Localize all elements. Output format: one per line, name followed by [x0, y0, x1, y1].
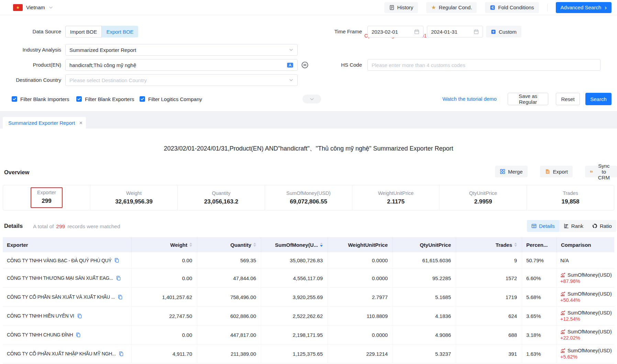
view-ratio-button[interactable]: Ratio	[588, 220, 616, 232]
filter-blank-importers-label: Filter Blank Importers	[20, 96, 69, 102]
date-to-value[interactable]	[431, 29, 471, 35]
percent-cell: 6.60%	[522, 269, 557, 287]
col-trades[interactable]: Trades	[456, 237, 522, 252]
overview-heading: Overview	[4, 169, 29, 176]
close-icon[interactable]: ×	[79, 120, 82, 126]
product-en-label: Product(EN)	[0, 59, 61, 71]
expand-conditions-button[interactable]	[302, 95, 321, 103]
fold-conditions-label: Fold Conditions	[498, 4, 534, 10]
copy-icon[interactable]	[119, 351, 124, 356]
trend-up-icon	[560, 310, 565, 316]
destination-country-select[interactable]: Please select Destination Country	[65, 74, 298, 86]
translate-icon[interactable]	[287, 62, 294, 68]
filter-logitics-company-checkbox[interactable]: Filter Logitics Company	[140, 95, 202, 103]
regular-cond-label: Regular Cond.	[439, 4, 472, 10]
table-row[interactable]: CÔNG TY TNHH CHUNG ĐỈNH 0.00 447,817.00 …	[3, 326, 614, 344]
comparison-delta: +5.62%	[560, 354, 577, 360]
table-row[interactable]: CÔNG TY TNHH HIỀN UYÊN VI 22,747.50 602,…	[3, 307, 614, 326]
data-source-label: Data Source	[0, 26, 61, 37]
sync-to-crm-button[interactable]: Sync to CRM	[585, 166, 617, 177]
weight-unit-price-cell: 2.7977	[328, 288, 393, 306]
col-weight[interactable]: Weight	[132, 237, 197, 252]
tab-summarized-exporter-report[interactable]: Summarized Exporter Report ×	[3, 117, 86, 129]
history-icon	[389, 5, 395, 10]
save-as-regular-button[interactable]: Save as Regular	[508, 93, 548, 105]
trades-cell: 9	[456, 252, 522, 268]
industry-analysis-value: Summarized Exporter Report	[69, 47, 286, 53]
percent-cell: 5.68%	[522, 288, 557, 306]
copy-icon[interactable]	[116, 276, 121, 281]
hs-code-label: HS Code	[309, 59, 362, 71]
search-button[interactable]: Search	[585, 93, 612, 105]
sort-icon[interactable]	[514, 243, 517, 247]
advanced-search-label: Advanced Search	[561, 4, 601, 10]
view-details-button[interactable]: Details	[527, 220, 559, 232]
exporter-cell: CÔNG TY TNHH CHUNG ĐỈNH	[3, 326, 132, 344]
trend-up-icon	[560, 348, 565, 353]
trades-cell: 688	[456, 326, 522, 344]
table-row[interactable]: CÔNG TY TNHH THƯƠNG MẠI SẢN XUẤT EAG... …	[3, 269, 614, 288]
stat-value: 2.9959	[474, 198, 492, 205]
export-button[interactable]: Export	[540, 166, 573, 177]
copy-icon[interactable]	[114, 258, 119, 263]
hs-code-value[interactable]	[372, 62, 596, 68]
export-doc-icon	[545, 169, 550, 174]
country-picker[interactable]: ★ Vietnam	[13, 4, 53, 11]
destination-country-label: Destination Country	[0, 74, 61, 86]
comparison-metric: SumOfMoney(USD)	[568, 348, 612, 353]
fold-conditions-icon	[490, 5, 495, 10]
exporter-name: CÔNG TY CỔ PHẦN XUẤT NHẬP KHẨU MỸ NGH...	[7, 351, 116, 356]
col-quantity[interactable]: Quantity	[197, 237, 261, 252]
product-value[interactable]	[69, 62, 284, 68]
industry-analysis-select[interactable]: Summarized Exporter Report	[65, 44, 298, 56]
import-boe-tab[interactable]: Import BOE	[65, 26, 102, 37]
date-from-value[interactable]	[372, 29, 411, 35]
comparison-cell: SumOfMoney(USD) +87.96%	[557, 269, 614, 287]
divider	[547, 4, 548, 11]
stat-label: Exporter	[37, 190, 56, 195]
comparison-cell: N/A	[557, 252, 614, 268]
checkbox-checked-icon	[12, 96, 17, 102]
comparison-cell: SumOfMoney(USD) +50.44%	[557, 288, 614, 306]
checkbox-checked-icon	[76, 96, 82, 102]
export-boe-tab[interactable]: Export BOE	[102, 26, 138, 37]
weight-cell: 0.00	[132, 269, 197, 287]
sync-to-crm-label: Sync to CRM	[596, 163, 612, 180]
filter-blank-importers-checkbox[interactable]: Filter Blank Importers	[12, 95, 69, 103]
custom-range-button[interactable]: Custom	[486, 26, 521, 37]
qty-unit-price-cell: 4.9086	[393, 326, 456, 344]
tutorial-link[interactable]: Watch the tutorial demo	[442, 93, 497, 105]
fold-conditions-button[interactable]: Fold Conditions	[485, 2, 539, 13]
advanced-search-button[interactable]: Advanced Search ›	[556, 2, 612, 13]
match-mode-icon[interactable]	[301, 61, 309, 69]
regular-cond-button[interactable]: ★ Regular Cond.	[426, 2, 477, 13]
sort-icon[interactable]	[189, 243, 192, 247]
sort-desc-icon[interactable]	[320, 243, 323, 247]
qty-unit-price-cell: 4.1836	[393, 307, 456, 325]
table-row[interactable]: CÔNG TY TNHH VÀNG BẠC - ĐÁ QUÝ PHÚ QUÝ 0…	[3, 252, 614, 269]
table-row[interactable]: CÔNG TY CỔ PHẦN SẢN XUẤT VÀ XUẤT KHẨU ..…	[3, 288, 614, 307]
reset-button[interactable]: Reset	[556, 93, 580, 105]
product-input[interactable]	[65, 59, 298, 71]
date-from-input[interactable]	[367, 26, 423, 37]
merge-button[interactable]: Merge	[495, 166, 528, 177]
hs-code-input[interactable]	[367, 59, 601, 71]
history-button[interactable]: History	[384, 2, 418, 13]
trades-cell: 391	[456, 344, 522, 363]
trades-cell: 624	[456, 307, 522, 325]
weight-cell: 0.00	[132, 252, 197, 268]
filter-blank-exporters-label: Filter Blank Exporters	[85, 96, 134, 102]
date-to-input[interactable]	[427, 26, 483, 37]
filter-blank-exporters-checkbox[interactable]: Filter Blank Exporters	[76, 95, 134, 103]
data-source-toggle: Import BOE Export BOE	[65, 26, 138, 37]
table-row[interactable]: CÔNG TY CỔ PHẦN XUẤT NHẬP KHẨU MỸ NGH...…	[3, 344, 614, 363]
comparison-delta: +22.02%	[560, 335, 580, 341]
weight-cell: 4,911.70	[132, 344, 197, 363]
search-form: Optional range: 2013-07-01 to 2024-01-31…	[0, 15, 617, 111]
view-rank-button[interactable]: Rank	[559, 220, 588, 232]
copy-icon[interactable]	[118, 295, 123, 300]
copy-icon[interactable]	[77, 313, 82, 319]
copy-icon[interactable]	[76, 332, 81, 338]
col-sum-of-money[interactable]: SumOfMoney(U...	[261, 237, 328, 252]
sort-icon[interactable]	[253, 243, 256, 247]
